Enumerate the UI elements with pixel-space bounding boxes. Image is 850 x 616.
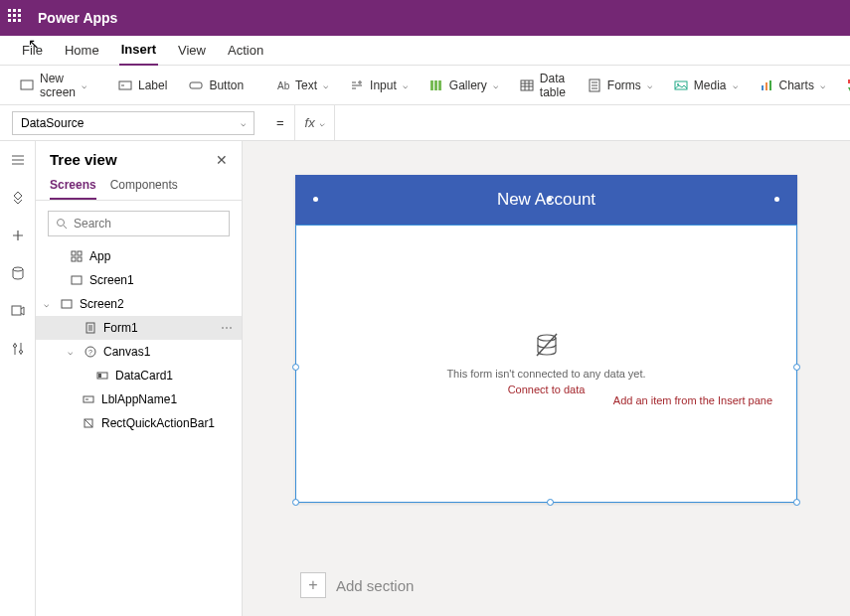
- selection-handle[interactable]: [547, 197, 552, 202]
- svg-rect-19: [12, 306, 21, 315]
- svg-text:?: ?: [88, 349, 92, 356]
- ribbon-label[interactable]: Label: [110, 75, 175, 96]
- svg-rect-7: [438, 80, 441, 90]
- selection-handle[interactable]: [774, 197, 779, 202]
- selection-handle[interactable]: [313, 197, 318, 202]
- screen-icon: [20, 78, 34, 92]
- add-section-button[interactable]: + Add section: [300, 572, 414, 598]
- tree-search-input[interactable]: [74, 217, 223, 231]
- svg-rect-25: [72, 257, 76, 261]
- chevron-down-icon: ⌵: [647, 80, 652, 90]
- menu-file[interactable]: File: [20, 36, 45, 66]
- rail-advanced-icon[interactable]: [9, 340, 27, 358]
- selection-handle[interactable]: [793, 499, 800, 506]
- tree-item-screen2[interactable]: ⌵ Screen2: [36, 292, 242, 316]
- rail-data-icon[interactable]: [9, 264, 27, 282]
- tree-search[interactable]: [48, 211, 230, 236]
- ribbon-charts[interactable]: Charts ⌵: [752, 75, 833, 96]
- ribbon-media[interactable]: Media ⌵: [666, 75, 746, 96]
- ribbon-forms[interactable]: Forms ⌵: [580, 75, 660, 96]
- ribbon-charts-label: Charts: [779, 78, 814, 92]
- chevron-down-icon: ⌵: [82, 80, 86, 90]
- rail-tree-icon[interactable]: [9, 189, 27, 207]
- ribbon-gallery[interactable]: Gallery ⌵: [422, 75, 506, 96]
- svg-point-4: [359, 80, 361, 82]
- chevron-down-icon: ⌵: [241, 118, 246, 128]
- tree-label: DataCard1: [115, 369, 173, 383]
- close-icon[interactable]: ✕: [216, 152, 228, 168]
- rail-plus-icon[interactable]: [9, 227, 27, 244]
- button-icon: [189, 78, 203, 92]
- tree-label: RectQuickActionBar1: [101, 416, 215, 430]
- media-icon: [674, 78, 688, 92]
- svg-rect-14: [769, 80, 771, 90]
- ribbon-new-screen[interactable]: New screen ⌵: [12, 68, 94, 103]
- formula-input[interactable]: [335, 105, 850, 140]
- add-item-insert-link[interactable]: Add an item from the Insert pane: [613, 394, 772, 406]
- svg-rect-6: [434, 80, 437, 90]
- tab-screens[interactable]: Screens: [50, 178, 96, 200]
- ribbon: New screen ⌵ Label Button Ab Text ⌵ Inpu…: [0, 66, 850, 105]
- charts-icon: [760, 78, 773, 92]
- tree-item-form1[interactable]: Form1 ⋯: [36, 316, 242, 340]
- selection-handle[interactable]: [793, 364, 800, 371]
- more-icon[interactable]: ⋯: [221, 321, 234, 335]
- add-section-label: Add section: [336, 577, 414, 594]
- selection-handle[interactable]: [292, 499, 299, 506]
- svg-rect-27: [72, 276, 82, 284]
- menu-view[interactable]: View: [176, 36, 208, 66]
- tree-item-app[interactable]: App: [36, 244, 242, 268]
- menu-insert[interactable]: Insert: [119, 36, 158, 66]
- menu-home[interactable]: Home: [63, 36, 101, 66]
- ribbon-input[interactable]: Input ⌵: [342, 75, 416, 96]
- tree-item-screen1[interactable]: Screen1: [36, 268, 242, 292]
- screen-icon: [70, 273, 84, 287]
- plus-icon: +: [300, 572, 326, 598]
- tree-label: Form1: [103, 321, 138, 335]
- connect-to-data-link[interactable]: Connect to data: [508, 384, 586, 395]
- forms-icon: [588, 78, 601, 92]
- menu-action[interactable]: Action: [226, 36, 265, 66]
- label-icon: [118, 78, 132, 92]
- workspace: Tree view ✕ Screens Components App Scree…: [0, 141, 850, 616]
- ribbon-text[interactable]: Ab Text ⌵: [267, 75, 336, 96]
- canvas-area[interactable]: New Account This form isn't connected to…: [243, 141, 850, 616]
- waffle-icon[interactable]: [8, 9, 26, 27]
- tree-label: App: [89, 249, 110, 263]
- ribbon-text-label: Text: [295, 78, 317, 92]
- form-body[interactable]: This form isn't connected to any data ye…: [295, 225, 797, 503]
- tree-item-datacard1[interactable]: DataCard1: [36, 364, 242, 387]
- ribbon-button[interactable]: Button: [181, 75, 252, 96]
- tree-label: Screen2: [80, 297, 124, 311]
- chevron-down-icon: ⌵: [319, 118, 324, 128]
- tree-item-canvas1[interactable]: ⌵ ? Canvas1: [36, 340, 242, 364]
- form-icon: [84, 321, 97, 335]
- property-selector[interactable]: DataSource ⌵: [12, 111, 255, 135]
- svg-text:Ab: Ab: [277, 80, 289, 91]
- card-header[interactable]: New Account: [295, 175, 797, 225]
- text-icon: Ab: [275, 78, 289, 92]
- ribbon-datatable[interactable]: Data table: [512, 68, 574, 103]
- property-name: DataSource: [21, 116, 84, 130]
- tree-label: Canvas1: [103, 345, 150, 359]
- selection-handle[interactable]: [547, 499, 554, 506]
- chevron-down-icon: ⌵: [323, 80, 328, 90]
- chevron-down-icon: ⌵: [493, 80, 498, 90]
- titlebar: Power Apps: [0, 0, 850, 36]
- rail-hamburger-icon[interactable]: [9, 151, 27, 169]
- selection-handle[interactable]: [292, 364, 299, 371]
- tree-item-rectquick[interactable]: RectQuickActionBar1: [36, 411, 242, 435]
- svg-rect-12: [762, 85, 764, 90]
- svg-point-22: [57, 220, 64, 227]
- ribbon-new-screen-label: New screen: [40, 72, 76, 99]
- tree-item-lblappname[interactable]: LblAppName1: [36, 387, 242, 411]
- caret-down-icon: ⌵: [44, 299, 54, 309]
- chevron-down-icon: ⌵: [403, 80, 408, 90]
- rail-media-icon[interactable]: [9, 302, 27, 320]
- ribbon-icons[interactable]: Icons ⌵: [839, 75, 850, 96]
- tree-label: Screen1: [89, 273, 134, 287]
- app-icon: [70, 249, 84, 263]
- form-card[interactable]: New Account This form isn't connected to…: [295, 175, 797, 503]
- tab-components[interactable]: Components: [110, 178, 178, 200]
- fx-button[interactable]: fx ⌵: [294, 105, 335, 140]
